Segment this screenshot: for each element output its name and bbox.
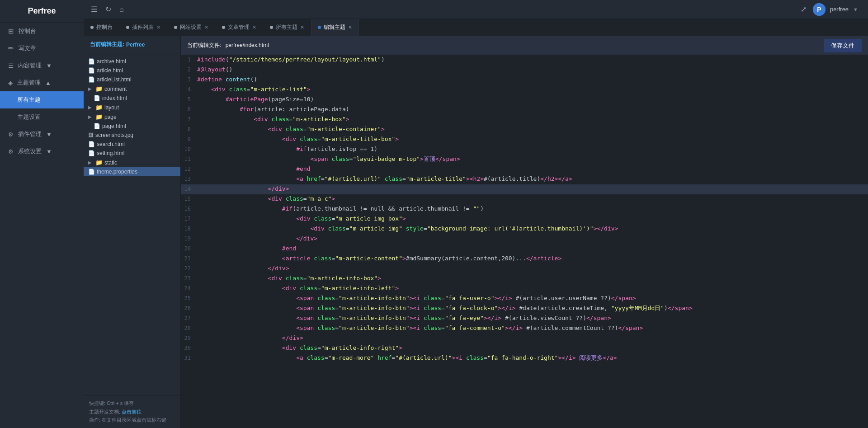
code-line-20: 20 #end <box>181 244 868 254</box>
tab-close-icon[interactable]: ✕ <box>204 24 208 30</box>
menu-toggle-icon[interactable]: ☰ <box>88 3 100 15</box>
code-line-24: 24 <div class="m-article-info-left"> <box>181 284 868 294</box>
chevron-down-icon: ▼ <box>46 62 52 69</box>
tab-all-themes[interactable]: 所有主题 ✕ <box>263 19 311 36</box>
chevron-down-icon-system: ▼ <box>46 148 52 155</box>
tree-item-label: index.html <box>102 95 127 101</box>
tab-site-settings[interactable]: 网站设置 ✕ <box>167 19 215 36</box>
tab-edit-theme[interactable]: 编辑主题 ✕ <box>311 19 359 36</box>
tree-item-archive[interactable]: 📄 archive.html <box>84 57 180 66</box>
sidebar-item-all-themes[interactable]: 所有主题 <box>0 91 84 108</box>
tree-item-layout-folder[interactable]: ▶ 📁 layout <box>84 103 180 112</box>
folder-icon: 📁 <box>95 159 103 166</box>
save-file-button[interactable]: 保存文件 <box>824 39 862 52</box>
home-icon[interactable]: ⌂ <box>117 4 127 15</box>
file-icon: 🖼 <box>88 132 94 138</box>
filetree-panel: 当前编辑主题: Perfree 📄 archive.html 📄 article… <box>84 36 181 428</box>
tree-item-page-folder[interactable]: ▶ 📁 page <box>84 112 180 122</box>
filetree-footer: 快捷键: Ctrl + s 保存 主题开发文档: 点击前往 操作: 在文件目录区… <box>84 395 180 428</box>
editor-code[interactable]: 1 #include("/static/themes/perfree/layou… <box>181 55 868 428</box>
code-line-15: 15 <div class="m-a-c"> <box>181 194 868 204</box>
code-line-17: 17 <div class="m-article-img-box"> <box>181 214 868 224</box>
refresh-icon[interactable]: ↻ <box>103 3 114 15</box>
file-icon: 📄 <box>88 150 95 156</box>
write-icon: ✏ <box>8 44 14 52</box>
tab-close-icon[interactable]: ✕ <box>156 24 160 30</box>
tab-close-icon[interactable]: ✕ <box>300 24 304 30</box>
user-area: ⤢ P perfree ▼ <box>799 3 863 16</box>
code-line-3: 3 #define content() <box>181 75 868 85</box>
tree-item-comment-folder[interactable]: ▶ 📁 comment <box>84 84 180 94</box>
editor-file-label: 当前编辑文件: perfree/index.html <box>187 42 269 49</box>
tab-dashboard[interactable]: 控制台 <box>84 19 119 36</box>
sidebar-item-content[interactable]: ☰ 内容管理 ▼ <box>0 57 84 74</box>
plugins-icon: ⚙ <box>8 131 14 138</box>
sidebar-item-dashboard[interactable]: ⊞ 控制台 <box>0 23 84 40</box>
chevron-down-icon-plugins: ▼ <box>46 131 52 138</box>
topbar: ☰ ↻ ⌂ ⤢ P perfree ▼ <box>84 0 868 19</box>
folder-icon: 📁 <box>95 85 103 92</box>
tab-plugins[interactable]: 插件列表 ✕ <box>119 19 167 36</box>
dev-doc-link[interactable]: 点击前往 <box>122 409 142 414</box>
tree-item-setting[interactable]: 📄 setting.html <box>84 149 180 158</box>
tree-item-theme-properties[interactable]: 📄 theme.properties <box>84 167 180 176</box>
tree-item-article[interactable]: 📄 article.html <box>84 66 180 75</box>
tab-articles[interactable]: 文章管理 ✕ <box>215 19 263 36</box>
tab-label: 网站设置 <box>180 24 202 31</box>
tree-item-label: screenshots.jpg <box>95 132 133 138</box>
chevron-up-icon: ▲ <box>45 80 51 86</box>
code-line-6: 6 #for(article: articlePage.data) <box>181 105 868 115</box>
editor-panel: 当前编辑文件: perfree/index.html 保存文件 1 #inclu… <box>181 36 868 428</box>
tree-item-index-html[interactable]: 📄 index.html <box>84 94 180 103</box>
tree-item-label: static <box>104 160 117 166</box>
tree-item-articleList[interactable]: 📄 articleList.html <box>84 75 180 84</box>
tree-item-label: page <box>104 114 117 120</box>
tab-close-icon[interactable]: ✕ <box>252 24 256 30</box>
code-line-28: 28 <span class="m-article-info-btn"><i c… <box>181 324 868 334</box>
code-line-18: 18 <div class="m-article-img" style="bac… <box>181 224 868 234</box>
user-chevron-icon: ▼ <box>853 7 858 12</box>
tab-label: 控制台 <box>96 24 113 31</box>
code-line-1: 1 #include("/static/themes/perfree/layou… <box>181 55 868 65</box>
current-theme-name: Perfree <box>126 42 145 48</box>
tree-item-label: articleList.html <box>97 76 132 83</box>
code-line-8: 8 <div class="m-article-container"> <box>181 125 868 135</box>
sidebar-item-label: 插件管理 <box>18 130 42 138</box>
file-icon: 📄 <box>88 58 95 65</box>
tab-close-icon[interactable]: ✕ <box>348 24 352 30</box>
sidebar-item-label: 系统设置 <box>18 147 42 155</box>
sidebar-item-theme-settings[interactable]: 主题设置 <box>0 108 84 126</box>
tree-item-label: page.html <box>102 123 126 129</box>
tree-item-static-folder[interactable]: ▶ 📁 static <box>84 158 180 167</box>
editor-toolbar: 当前编辑文件: perfree/index.html 保存文件 <box>181 36 868 55</box>
content-icon: ☰ <box>8 62 14 69</box>
tab-dot <box>270 26 273 29</box>
tree-item-label: archive.html <box>97 58 126 65</box>
tree-item-search[interactable]: 📄 search.html <box>84 140 180 149</box>
filetree-header: 当前编辑主题: Perfree <box>84 36 180 53</box>
tab-label: 文章管理 <box>228 24 250 31</box>
file-icon: 📄 <box>88 76 95 83</box>
tab-label: 编辑主题 <box>324 24 345 31</box>
tree-item-label: theme.properties <box>97 169 137 175</box>
sidebar-item-theme[interactable]: ◈ 主题管理 ▲ <box>0 74 84 91</box>
main-area: ☰ ↻ ⌂ ⤢ P perfree ▼ 控制台 插件列表 ✕ <box>84 0 868 428</box>
theme-icon: ◈ <box>8 80 13 86</box>
tree-item-page-html[interactable]: 📄 page.html <box>84 122 180 131</box>
system-icon: ⚙ <box>8 148 14 155</box>
tree-item-screenshots[interactable]: 🖼 screenshots.jpg <box>84 131 180 140</box>
tree-item-label: article.html <box>97 67 123 74</box>
sidebar-item-system[interactable]: ⚙ 系统设置 ▼ <box>0 143 84 160</box>
code-line-11: 11 <span class="layui-badge m-top">置顶</s… <box>181 155 868 165</box>
fullscreen-icon[interactable]: ⤢ <box>799 3 808 15</box>
code-line-29: 29 </div> <box>181 334 868 343</box>
sidebar-item-write[interactable]: ✏ 写文章 <box>0 40 84 57</box>
username-label[interactable]: perfree <box>830 6 849 13</box>
tabs-bar: 控制台 插件列表 ✕ 网站设置 ✕ 文章管理 ✕ 所有主题 ✕ 编辑主题 ✕ <box>84 19 868 36</box>
code-line-16: 16 #if(article.thumbnail != null && arti… <box>181 204 868 214</box>
shortcut-hint: 快捷键: Ctrl + s 保存 <box>89 399 175 408</box>
sidebar-item-label: 所有主题 <box>17 96 41 104</box>
sidebar-item-plugins[interactable]: ⚙ 插件管理 ▼ <box>0 126 84 143</box>
sidebar-item-label: 内容管理 <box>18 61 42 70</box>
sidebar-item-label: 主题设置 <box>17 113 41 121</box>
